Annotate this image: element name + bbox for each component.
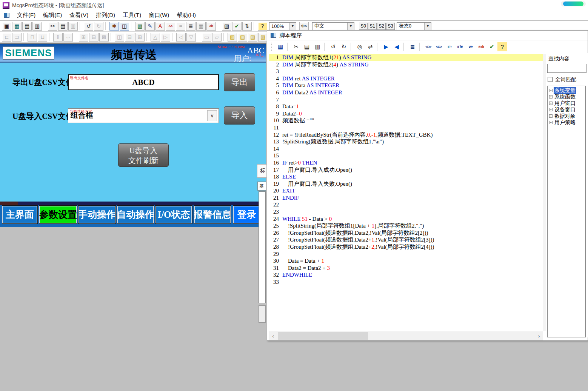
menu-帮助[interactable]: 帮助(H) [173, 11, 200, 19]
tree-item-系统变量[interactable]: +系统变量 [548, 87, 585, 94]
code-line-17[interactable]: 17 用户窗口.导入成功.Open() [269, 166, 543, 174]
undo-icon[interactable]: ↺ [84, 22, 93, 31]
code-line-28[interactable]: 28 !GroupSetFloat(频道数据组,Data2+2,!Val(局部字… [269, 243, 543, 251]
code-line-12[interactable]: 12ret = !FileReadByStr(当前选择内容,0,-1,频道数据,… [269, 131, 543, 139]
code-line-20[interactable]: 20EXIT [269, 187, 543, 194]
save-icon[interactable]: ▦ [276, 42, 285, 51]
usb-refresh-button[interactable]: U盘导入 文件刷新 [118, 143, 169, 167]
copy-icon[interactable]: ▤ [302, 42, 312, 51]
code-line-8[interactable]: 8Data=1 [269, 103, 543, 110]
v-lines-icon[interactable]: ≣ [186, 22, 195, 31]
cut-icon[interactable]: ✂ [291, 42, 301, 51]
code-line-33[interactable]: 33 [269, 279, 543, 286]
code-line-2[interactable]: 2DIM 局部字符数组2(4) AS STRING [269, 61, 543, 68]
scroll-left-icon[interactable]: ‹ [269, 331, 277, 340]
export-script-icon[interactable]: ▶ [381, 42, 391, 51]
print-preview-icon[interactable]: ▥ [32, 22, 42, 31]
insert-function-icon[interactable]: <G> [434, 42, 444, 51]
import-file-combo[interactable]: 当前选择内容 组合框 ∨ [68, 108, 219, 123]
code-line-26[interactable]: 26 !GroupSetFloat(频道数据组,Data2,!Val(局部字符数… [269, 229, 543, 237]
import-script-icon[interactable]: ◀ [392, 42, 402, 51]
font-color-icon[interactable]: A [155, 22, 165, 31]
zoom-dropdown-icon[interactable]: ▼ [289, 23, 296, 30]
nav-button-params[interactable]: 参数设置 [39, 205, 77, 224]
code-line-32[interactable]: 32ENDWHILE [269, 271, 543, 279]
state-combo[interactable]: 状态0 ▼ [397, 22, 431, 30]
h-lines-icon[interactable]: ≡ [176, 22, 185, 31]
print-icon[interactable]: ▤ [22, 22, 32, 31]
tree-expand-icon[interactable]: + [549, 89, 553, 92]
if-else-block-icon[interactable]: IF/E [455, 42, 465, 51]
state-button-s2[interactable]: S2 [377, 23, 386, 30]
tree-item-系统函数[interactable]: +系统函数 [548, 94, 585, 100]
scroll-right-icon[interactable]: › [535, 331, 543, 340]
bring-to-front-icon[interactable]: ▨ [228, 33, 237, 42]
match-whole-word-checkbox[interactable] [548, 77, 553, 82]
combo-dropdown-icon[interactable]: ∨ [207, 110, 217, 121]
animation-icon[interactable]: ▨ [135, 22, 145, 31]
code-line-18[interactable]: 18ELSE [269, 173, 543, 180]
tree-expand-icon[interactable]: + [549, 114, 553, 118]
undo-icon[interactable]: ↺ [328, 42, 338, 51]
code-line-9[interactable]: 9Data2=0 [269, 110, 543, 117]
code-line-16[interactable]: 16IF ret>0 THEN [269, 159, 543, 166]
replace-icon[interactable]: ⇄ [365, 42, 375, 51]
code-line-3[interactable]: 3 [269, 68, 543, 75]
save-icon[interactable]: ▦ [12, 22, 22, 31]
code-line-1[interactable]: 1DIM 局部字符数组1(21) AS STRING [269, 54, 543, 61]
nav-button-alarm[interactable]: 报警信息 [194, 205, 231, 224]
tree-item-用户策略[interactable]: +用户策略 [548, 119, 585, 126]
state-button-s3[interactable]: S3 [386, 23, 395, 30]
code-line-14[interactable]: 14 [269, 145, 543, 152]
nav-button-login[interactable]: 登录 [233, 205, 260, 224]
scrollbar-thumb[interactable] [278, 332, 368, 340]
draw-toolbar-icon[interactable]: ✎ [145, 22, 155, 31]
syntax-check-icon[interactable]: ✔ [487, 42, 497, 51]
cut-icon[interactable]: ✂ [48, 22, 57, 31]
window-toolbar-icon[interactable]: ◫ [120, 22, 129, 31]
code-line-13[interactable]: 13!SplitString(频道数据,局部字符数组1,"\n") [269, 138, 543, 145]
import-button[interactable]: 导入 [224, 106, 255, 125]
label-abc-icon[interactable]: ab [206, 22, 216, 31]
export-filename-input[interactable]: 导出文件名 ABCD [68, 74, 219, 90]
script-code-editor[interactable]: 1DIM 局部字符数组1(21) AS STRING2DIM 局部字符数组2(4… [269, 54, 543, 331]
new-form-icon[interactable]: ▣ [2, 22, 11, 31]
tree-item-设备窗口[interactable]: +设备窗口 [548, 106, 585, 113]
font-size-icon[interactable]: Aa [166, 22, 175, 31]
redo-icon[interactable]: ↻ [339, 42, 349, 51]
menu-窗口[interactable]: 窗口(W) [145, 11, 173, 19]
nav-button-io[interactable]: I/O状态 [155, 205, 192, 224]
menu-查看[interactable]: 查看(V) [66, 11, 92, 19]
chinese-font-icon[interactable]: 中A [299, 22, 309, 31]
paste-icon[interactable]: ▥ [312, 42, 322, 51]
code-line-25[interactable]: 25 !SplitString(局部字符数组1[Data + 1],局部字符数组… [269, 222, 543, 229]
search-input[interactable] [547, 64, 586, 73]
code-line-10[interactable]: 10频道数据 ="" [269, 117, 543, 124]
exit-block-icon[interactable]: Exit [476, 42, 486, 51]
code-line-6[interactable]: 6DIM Data2 AS INTEGER [269, 89, 543, 96]
toolbox-icon[interactable]: ✱ [109, 22, 119, 31]
help-icon[interactable]: ? [258, 22, 267, 31]
menu-编辑[interactable]: 编辑(E) [39, 11, 66, 19]
code-line-24[interactable]: 24WHILE 51 - Data > 0 [269, 216, 543, 223]
tree-expand-icon[interactable]: + [549, 108, 553, 111]
tree-item-数据对象[interactable]: +数据对象 [548, 113, 585, 119]
code-line-27[interactable]: 27 !GroupSetFloat(频道数据组,Data2+1,!Val(局部字… [269, 236, 543, 243]
code-line-23[interactable]: 23 [269, 208, 543, 216]
send-backward-icon[interactable]: ▨ [258, 33, 268, 42]
tree-item-用户窗口[interactable]: +用户窗口 [548, 100, 585, 106]
nav-button-main[interactable]: 主界面 [2, 205, 38, 224]
bring-forward-icon[interactable]: ▨ [248, 33, 257, 42]
if-block-icon[interactable]: IF▪ [445, 42, 454, 51]
code-line-21[interactable]: 21ENDIF [269, 194, 543, 202]
code-line-4[interactable]: 4DIM ret AS INTEGER [269, 75, 543, 82]
menu-工具[interactable]: 工具(T) [119, 11, 145, 19]
properties-icon[interactable]: ▧ [222, 22, 231, 31]
nav-button-manual[interactable]: 手动操作 [78, 205, 116, 224]
code-horizontal-scrollbar[interactable]: ‹ › [269, 331, 543, 340]
help-icon[interactable]: ? [497, 42, 507, 51]
nav-button-auto[interactable]: 自动操作 [117, 205, 154, 224]
state-dropdown-icon[interactable]: ▼ [424, 23, 431, 30]
comment-icon[interactable]: ≣ [408, 42, 417, 51]
state-button-s0[interactable]: S0 [359, 23, 368, 30]
